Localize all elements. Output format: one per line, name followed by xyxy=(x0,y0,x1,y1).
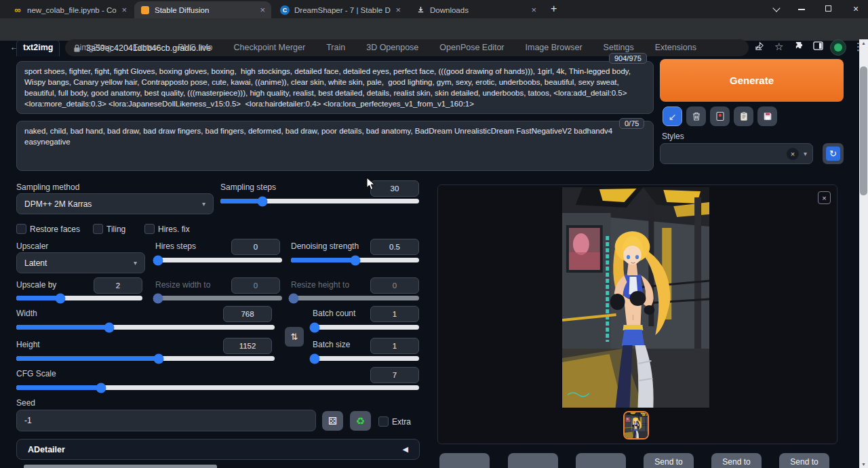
app-tab-bar: txt2img img2img Extras PNG Info Checkpoi… xyxy=(16,40,698,56)
height-slider[interactable] xyxy=(16,356,275,361)
tab-image-browser[interactable]: Image Browser xyxy=(524,41,584,56)
close-preview-icon[interactable]: × xyxy=(818,191,831,204)
clear-prompt-button[interactable] xyxy=(686,106,706,126)
scroll-up-icon[interactable]: ▲ xyxy=(859,41,868,45)
side-panel-icon[interactable] xyxy=(813,41,823,52)
resize-width-label: Resize width to xyxy=(155,280,210,290)
prompt-input[interactable]: sport shoes, fighter, fight, fight Glove… xyxy=(16,61,654,114)
upscale-by-value[interactable]: 2 xyxy=(94,277,142,294)
extra-networks-button[interactable] xyxy=(710,106,730,126)
extensions-puzzle-icon[interactable] xyxy=(795,41,805,52)
denoising-value[interactable]: 0.5 xyxy=(370,239,419,255)
styles-clear-icon[interactable]: × xyxy=(787,148,799,160)
styles-dropdown[interactable]: × ▾ xyxy=(660,143,813,164)
swap-dimensions-button[interactable]: ⇅ xyxy=(285,327,304,347)
chevron-down-icon: ▾ xyxy=(202,200,205,208)
accordion-collapsed-icon: ◀ xyxy=(403,445,408,454)
styles-label: Styles xyxy=(662,132,684,141)
batch-count-value[interactable]: 1 xyxy=(370,306,419,322)
upscaler-dropdown[interactable]: Latent ▾ xyxy=(16,252,145,273)
refresh-styles-button[interactable]: ↻ xyxy=(823,143,844,164)
window-close-button[interactable]: × xyxy=(850,3,862,14)
tab-close-icon[interactable]: × xyxy=(121,5,127,14)
browser-tab-stable-diffusion[interactable]: Stable Diffusion × xyxy=(134,1,271,18)
tab-close-icon[interactable]: × xyxy=(531,5,536,14)
batch-size-slider[interactable] xyxy=(313,356,419,361)
reuse-seed-button[interactable]: ♻ xyxy=(350,411,371,431)
send-to-inpaint-button[interactable]: Send to xyxy=(711,453,762,468)
hires-fix-checkbox[interactable] xyxy=(144,224,155,234)
tab-extras[interactable]: Extras xyxy=(132,41,158,56)
browser-tab-title: Downloads xyxy=(430,6,526,14)
browser-tab-downloads[interactable]: Downloads × xyxy=(410,1,542,18)
tab-3d-openpose[interactable]: 3D Openpose xyxy=(365,41,420,56)
card-icon xyxy=(715,111,725,121)
height-value[interactable]: 1152 xyxy=(223,338,272,354)
window-minimize-button[interactable] xyxy=(798,9,805,10)
apply-style-button[interactable] xyxy=(734,106,753,126)
extra-seed-checkbox[interactable] xyxy=(378,416,389,427)
browser-tab-colab[interactable]: ∞ new_colab_file.ipynb - Colaborat × xyxy=(7,1,133,18)
generate-button[interactable]: Generate xyxy=(660,59,844,102)
browser-tab-title: DreamShaper - 7 | Stable Diffusio xyxy=(294,6,391,14)
window-maximize-button[interactable] xyxy=(825,5,831,12)
tab-png-info[interactable]: PNG Info xyxy=(176,41,214,56)
hires-steps-value[interactable]: 0 xyxy=(231,239,280,255)
floppy-save-icon xyxy=(763,111,772,121)
width-slider[interactable] xyxy=(16,325,275,330)
gallery-thumbnail-selected[interactable] xyxy=(623,411,649,440)
tab-search-chevron-icon[interactable] xyxy=(772,4,780,12)
scroll-down-icon[interactable]: ▼ xyxy=(859,462,868,467)
hires-steps-slider[interactable] xyxy=(155,258,282,262)
denoising-slider[interactable] xyxy=(291,258,419,262)
tab-close-icon[interactable]: × xyxy=(260,5,265,14)
batch-count-slider[interactable] xyxy=(313,325,419,330)
bookmark-star-icon[interactable]: ☆ xyxy=(774,41,783,52)
browser-tab-dreamshaper[interactable]: C DreamShaper - 7 | Stable Diffusio × xyxy=(274,1,407,18)
restore-faces-checkbox[interactable] xyxy=(16,224,26,234)
send-to-extras-button[interactable]: Send to xyxy=(779,453,829,468)
tab-img2img[interactable]: img2img xyxy=(78,41,113,56)
random-seed-button[interactable]: ⚄ xyxy=(322,411,343,431)
save-style-button[interactable] xyxy=(757,106,777,126)
cfg-scale-slider[interactable] xyxy=(16,385,419,390)
negative-prompt-input[interactable]: naked, child, bad hand, bad draw, bad dr… xyxy=(16,121,654,171)
paste-arrow-icon: ↙ xyxy=(669,111,677,122)
browser-tab-strip: ∞ new_colab_file.ipynb - Colaborat × Sta… xyxy=(0,0,868,18)
tab-checkpoint-merger[interactable]: Checkpoint Merger xyxy=(233,41,307,56)
sampling-steps-label: Sampling steps xyxy=(220,182,276,192)
width-value[interactable]: 768 xyxy=(223,306,272,322)
refresh-icon: ↻ xyxy=(826,147,840,161)
tiling-checkbox[interactable] xyxy=(93,224,103,234)
zip-button[interactable] xyxy=(508,453,558,468)
seed-label: Seed xyxy=(16,398,35,408)
deepbooru-button[interactable] xyxy=(576,453,626,468)
browser-tab-title: Stable Diffusion xyxy=(155,6,255,14)
page-scrollbar[interactable]: ▲ ▼ xyxy=(859,39,868,468)
cfg-scale-value[interactable]: 7 xyxy=(370,367,419,383)
tab-txt2img[interactable]: txt2img xyxy=(16,40,60,56)
tab-close-icon[interactable]: × xyxy=(395,5,401,14)
sampling-steps-value[interactable]: 30 xyxy=(370,180,419,197)
sampling-steps-slider[interactable] xyxy=(220,199,419,203)
tab-openpose-editor[interactable]: OpenPose Editor xyxy=(438,41,505,56)
save-button[interactable] xyxy=(439,453,490,468)
adetailer-label: ADetailer xyxy=(28,445,65,454)
share-icon[interactable] xyxy=(755,41,765,52)
tab-extensions[interactable]: Extensions xyxy=(654,41,698,56)
new-tab-button[interactable]: + xyxy=(551,3,557,15)
paste-params-button[interactable]: ↙ xyxy=(663,106,682,126)
browser-profile-avatar[interactable] xyxy=(830,39,846,56)
adetailer-accordion[interactable]: ADetailer ◀ xyxy=(16,439,420,460)
sampling-method-dropdown[interactable]: DPM++ 2M Karras ▾ xyxy=(16,193,214,214)
generated-image[interactable] xyxy=(562,187,709,408)
upscale-by-slider[interactable] xyxy=(16,296,142,300)
restore-faces-label: Restore faces xyxy=(30,225,80,234)
batch-size-value[interactable]: 1 xyxy=(370,338,419,354)
download-icon xyxy=(416,5,425,15)
tab-train[interactable]: Train xyxy=(325,41,347,56)
seed-input[interactable]: -1 xyxy=(16,410,316,431)
scrollbar-thumb[interactable] xyxy=(860,66,867,195)
send-to-img2img-button[interactable]: Send to xyxy=(644,453,694,468)
tiling-label: Tiling xyxy=(106,225,125,234)
